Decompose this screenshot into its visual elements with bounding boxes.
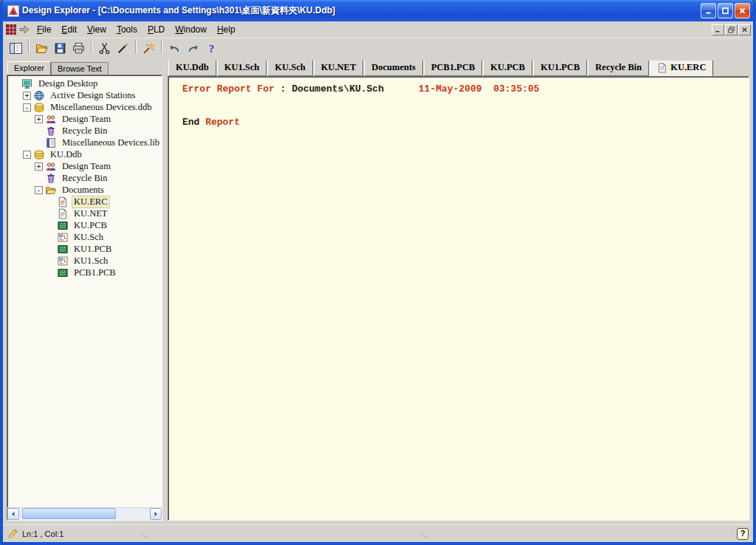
doc-tab-ku-ddb[interactable]: KU.Ddb <box>168 61 216 76</box>
redo-button[interactable] <box>184 40 202 58</box>
tree-item-design-team[interactable]: +Design Team <box>10 160 162 172</box>
tree-item-pcb1-pcb[interactable]: PCB1.PCB <box>10 267 162 278</box>
save-button[interactable] <box>51 40 69 58</box>
help-button[interactable]: ? <box>202 40 221 58</box>
scroll-track[interactable] <box>19 508 150 520</box>
help-icon: ? <box>205 42 218 55</box>
tree-item-design-desktop[interactable]: Design Desktop <box>10 78 162 89</box>
report-content[interactable]: Error Report For : Documents\KU.Sch 11-M… <box>168 76 749 521</box>
menu-items: FileEditViewToolsPLDWindowHelp <box>32 23 241 37</box>
tree-item-ku-sch[interactable]: KU.Sch <box>10 231 162 243</box>
tree-item-label: Recycle Bin <box>60 173 109 184</box>
scroll-thumb[interactable] <box>22 508 116 519</box>
menu-edit[interactable]: Edit <box>56 23 82 37</box>
tree-item-recycle-bin[interactable]: Recycle Bin <box>10 172 162 184</box>
maximize-button[interactable] <box>718 3 733 18</box>
horizontal-scrollbar[interactable] <box>7 507 162 520</box>
report-text-segment <box>384 83 419 95</box>
toolbar-buttons: ? <box>7 40 221 58</box>
tree-item-label: Documents <box>60 185 106 196</box>
pcb-icon <box>57 267 69 278</box>
svg-text:?: ? <box>209 43 214 55</box>
tree-item-miscellaneous-devices-ddb[interactable]: -Miscellaneous Devices.ddb <box>10 101 162 113</box>
tree-item-ku-pcb[interactable]: KU.PCB <box>10 219 162 231</box>
doc-tab-ku-pcb[interactable]: KU.PCB <box>483 61 532 76</box>
doc-tab-pcb1-pcb[interactable]: PCB1.PCB <box>424 61 482 76</box>
mdi-minimize-button[interactable] <box>712 24 724 35</box>
tree-item-documents[interactable]: -Documents <box>10 184 162 196</box>
doc-tab-label: KU1.Sch <box>224 62 260 73</box>
tree-container: Design Desktop+Active Design Stations-Mi… <box>7 75 162 521</box>
menu-window[interactable]: Window <box>170 23 212 37</box>
save-icon <box>54 42 66 55</box>
desktop-grid-icon[interactable] <box>5 24 17 35</box>
tree-item-label: Miscellaneous Devices.ddb <box>48 102 154 113</box>
tree-item-miscellaneous-devices-lib[interactable]: Miscellaneous Devices.lib <box>10 137 162 148</box>
menu-pld[interactable]: PLD <box>142 23 170 37</box>
expand-toggle[interactable]: + <box>23 92 31 100</box>
doc-tab-ku-erc[interactable]: KU.ERC <box>650 61 713 76</box>
tree-item-label: Active Design Stations <box>48 90 137 101</box>
doc-tab-ku-net[interactable]: KU.NET <box>314 61 364 76</box>
scroll-left-button[interactable] <box>7 508 19 520</box>
status-bar: Ln:1 , Col:1 ? <box>3 524 753 542</box>
report-line <box>182 95 746 106</box>
report-text-segment: Error Report For <box>182 83 275 95</box>
tree-item-label: Design Desktop <box>36 78 100 89</box>
close-button[interactable] <box>735 3 750 18</box>
mdi-restore-button[interactable] <box>725 24 738 35</box>
panel-tabs: ExplorerBrowse Text <box>7 61 162 75</box>
recycle-icon <box>45 126 57 137</box>
minimize-button[interactable] <box>701 3 716 18</box>
wand-button[interactable] <box>140 40 158 58</box>
panel-tab-explorer[interactable]: Explorer <box>7 61 51 75</box>
open-folder-button[interactable] <box>32 40 51 58</box>
tree-item-active-design-stations[interactable]: +Active Design Stations <box>10 89 162 101</box>
menu-file[interactable]: File <box>32 23 56 37</box>
tree-item-label: KU.Sch <box>72 232 106 243</box>
tree-item-label: Design Team <box>60 114 113 125</box>
tree-item-ku1-pcb[interactable]: KU1.PCB <box>10 243 162 255</box>
cut-icon <box>98 42 111 55</box>
status-grip-icon <box>138 530 150 538</box>
tree-item-ku-erc[interactable]: KU.ERC <box>10 196 162 208</box>
doc-tab-label: Documents <box>371 62 416 73</box>
doc-tab-ku1-sch[interactable]: KU1.Sch <box>217 61 267 76</box>
toggle-panels-button[interactable] <box>7 40 25 58</box>
scroll-right-button[interactable] <box>150 508 162 520</box>
tree-item-ku-ddb[interactable]: -KU.Ddb <box>10 148 162 160</box>
tree-item-design-team[interactable]: +Design Team <box>10 113 162 125</box>
doc-tab-ku-sch[interactable]: KU.Sch <box>267 61 312 76</box>
tree-item-recycle-bin[interactable]: Recycle Bin <box>10 125 162 137</box>
titlebar[interactable]: Design Explorer - [C:\Documents and Sett… <box>3 0 753 21</box>
dock-arrow-icon[interactable] <box>18 24 30 35</box>
report-line <box>182 106 746 117</box>
doc-tab-recycle-bin[interactable]: Recycle Bin <box>588 61 649 76</box>
pen-button[interactable] <box>114 40 132 58</box>
tree-item-ku1-sch[interactable]: KU1.Sch <box>10 255 162 267</box>
expand-toggle[interactable]: + <box>35 115 43 123</box>
undo-button[interactable] <box>165 40 184 58</box>
expand-toggle[interactable]: + <box>35 162 43 171</box>
tree-item-ku-net[interactable]: KU.NET <box>10 208 162 219</box>
tree-item-label: KU.Ddb <box>48 149 84 160</box>
doc-net-icon <box>57 208 69 219</box>
print-button[interactable] <box>69 40 88 58</box>
menu-help[interactable]: Help <box>212 23 241 37</box>
collapse-toggle[interactable]: - <box>35 186 43 194</box>
sch-icon <box>57 256 69 267</box>
menu-view[interactable]: View <box>82 23 111 37</box>
collapse-toggle[interactable]: - <box>23 103 31 112</box>
panel-tab-browse-text[interactable]: Browse Text <box>51 62 109 75</box>
collapse-toggle[interactable]: - <box>23 151 31 159</box>
doc-tab-ku1-pcb[interactable]: KU1.PCB <box>533 61 587 76</box>
cut-button[interactable] <box>95 40 114 58</box>
mdi-close-button[interactable] <box>738 24 751 35</box>
pcb-icon <box>57 244 69 255</box>
cursor-position: Ln:1 , Col:1 <box>22 529 63 538</box>
doc-tab-label: Recycle Bin <box>595 62 642 73</box>
menu-tools[interactable]: Tools <box>111 23 142 37</box>
help-button[interactable]: ? <box>737 528 749 540</box>
tree-item-label: KU.ERC <box>72 196 110 208</box>
doc-tab-documents[interactable]: Documents <box>364 61 423 76</box>
